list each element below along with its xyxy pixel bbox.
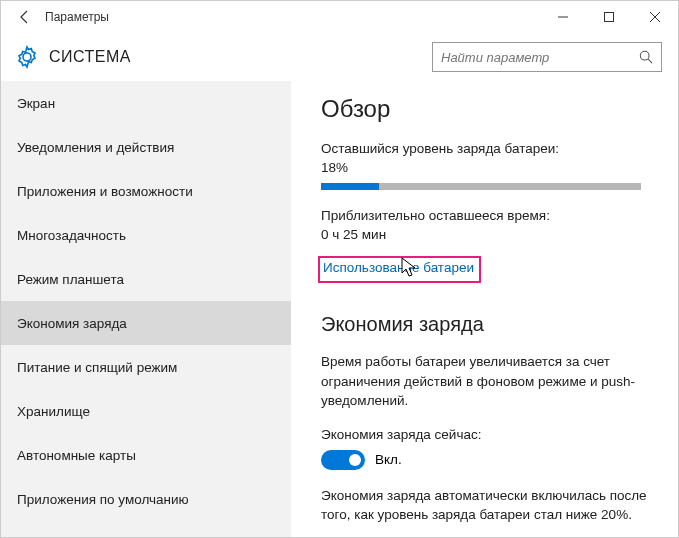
app-header: СИСТЕМА (1, 33, 678, 81)
search-input[interactable] (441, 50, 639, 65)
search-icon (639, 50, 653, 64)
sidebar-item[interactable]: Экран (1, 81, 291, 125)
window-controls (540, 1, 678, 33)
sidebar-item[interactable]: Приложения по умолчанию (1, 477, 291, 521)
sidebar-item[interactable]: Приложения и возможности (1, 169, 291, 213)
close-button[interactable] (632, 1, 678, 33)
arrow-left-icon (17, 9, 33, 25)
sidebar-item[interactable]: Многозадачность (1, 213, 291, 257)
back-button[interactable] (9, 1, 41, 33)
sidebar-item[interactable]: Режим планшета (1, 257, 291, 301)
saver-description: Время работы батареи увеличивается за сч… (321, 352, 658, 411)
battery-progress-bar (321, 183, 379, 190)
body: ЭкранУведомления и действияПриложения и … (1, 81, 678, 537)
sidebar-item[interactable]: Экономия заряда (1, 301, 291, 345)
saver-toggle[interactable] (321, 450, 365, 470)
svg-rect-1 (605, 13, 614, 22)
sidebar[interactable]: ЭкранУведомления и действияПриложения и … (1, 81, 291, 537)
svg-line-5 (648, 59, 652, 63)
content-pane: Обзор Оставшийся уровень заряда батареи:… (291, 81, 678, 537)
battery-progress (321, 183, 641, 190)
saver-toggle-row: Вкл. (321, 450, 658, 470)
time-remaining-value: 0 ч 25 мин (321, 227, 658, 242)
saver-auto-text: Экономия заряда автоматически включилась… (321, 486, 658, 525)
search-box[interactable] (432, 42, 662, 72)
battery-usage-link[interactable]: Использование батареи (318, 256, 481, 283)
toggle-knob (349, 454, 361, 466)
sidebar-item[interactable]: Питание и спящий режим (1, 345, 291, 389)
titlebar: Параметры (1, 1, 678, 33)
sidebar-item[interactable]: Автономные карты (1, 433, 291, 477)
maximize-button[interactable] (586, 1, 632, 33)
page-title: СИСТЕМА (49, 48, 432, 66)
sidebar-item[interactable]: Уведомления и действия (1, 125, 291, 169)
battery-remaining-label: Оставшийся уровень заряда батареи: (321, 141, 658, 156)
svg-point-4 (640, 51, 649, 60)
sidebar-item[interactable]: О системе (1, 521, 291, 537)
minimize-button[interactable] (540, 1, 586, 33)
time-remaining-label: Приблизительно оставшееся время: (321, 208, 658, 223)
close-icon (650, 12, 660, 22)
battery-remaining-value: 18% (321, 160, 658, 175)
minimize-icon (558, 12, 568, 22)
saver-now-label: Экономия заряда сейчас: (321, 427, 658, 442)
saver-toggle-label: Вкл. (375, 452, 402, 467)
gear-icon (15, 45, 39, 69)
sidebar-item[interactable]: Хранилище (1, 389, 291, 433)
maximize-icon (604, 12, 614, 22)
window-title: Параметры (45, 10, 540, 24)
saver-heading: Экономия заряда (321, 313, 658, 336)
overview-heading: Обзор (321, 95, 658, 123)
